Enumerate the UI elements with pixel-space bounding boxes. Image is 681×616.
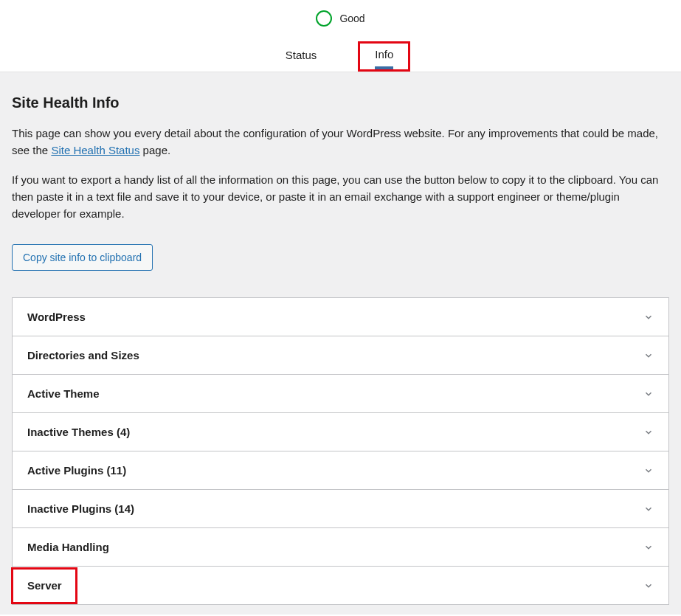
accordion-title: Inactive Plugins (14) [27, 502, 134, 515]
description-1: This page can show you every detail abou… [12, 125, 669, 159]
description-1-post: page. [139, 144, 170, 156]
accordion-item-server: Server [12, 566, 669, 605]
chevron-down-icon [643, 350, 654, 361]
content-area: Site Health Info This page can show you … [0, 72, 681, 615]
accordion-item-active-plugins: Active Plugins (11) [12, 451, 669, 490]
accordion-item-wordpress: WordPress [12, 297, 669, 336]
chevron-down-icon [643, 312, 654, 322]
accordion-title: Active Theme [27, 387, 100, 400]
accordion-title: Active Plugins (11) [27, 464, 126, 477]
accordion-item-inactive-plugins: Inactive Plugins (14) [12, 489, 669, 528]
accordion: WordPress Directories and Sizes Active T… [12, 297, 669, 605]
accordion-title: Directories and Sizes [27, 349, 139, 361]
accordion-header-directories[interactable]: Directories and Sizes [13, 336, 668, 374]
copy-site-info-button[interactable]: Copy site info to clipboard [12, 244, 153, 271]
tab-info[interactable]: Info [358, 41, 410, 72]
accordion-item-active-theme: Active Theme [12, 374, 669, 413]
accordion-header-wordpress[interactable]: WordPress [13, 298, 668, 336]
site-health-header: Good Status Info [0, 0, 681, 72]
chevron-down-icon [643, 427, 654, 437]
tab-bar: Status Info [0, 41, 681, 72]
page-title: Site Health Info [12, 94, 669, 111]
accordion-item-media-handling: Media Handling [12, 527, 669, 567]
chevron-down-icon [643, 389, 654, 399]
accordion-title: WordPress [27, 311, 86, 323]
tab-status[interactable]: Status [271, 41, 332, 72]
accordion-header-inactive-plugins[interactable]: Inactive Plugins (14) [13, 490, 668, 527]
status-label: Good [339, 13, 364, 24]
accordion-header-inactive-themes[interactable]: Inactive Themes (4) [13, 413, 668, 451]
status-indicator: Good [0, 10, 681, 27]
accordion-title: Media Handling [27, 541, 109, 553]
site-health-status-link[interactable]: Site Health Status [51, 144, 139, 156]
accordion-header-server[interactable]: Server [13, 567, 668, 604]
accordion-header-active-plugins[interactable]: Active Plugins (11) [13, 451, 668, 489]
accordion-header-media-handling[interactable]: Media Handling [13, 528, 668, 566]
tab-status-label: Status [286, 49, 317, 61]
accordion-item-directories: Directories and Sizes [12, 336, 669, 375]
accordion-item-inactive-themes: Inactive Themes (4) [12, 412, 669, 451]
chevron-down-icon [643, 542, 654, 553]
accordion-header-active-theme[interactable]: Active Theme [13, 375, 668, 412]
accordion-title: Inactive Themes (4) [27, 426, 130, 438]
accordion-title: Server [27, 579, 62, 592]
chevron-down-icon [643, 466, 654, 476]
status-circle-icon [316, 10, 332, 27]
chevron-down-icon [643, 581, 654, 591]
tab-info-label: Info [375, 48, 393, 60]
chevron-down-icon [643, 504, 654, 514]
description-2: If you want to export a handy list of al… [12, 171, 669, 223]
